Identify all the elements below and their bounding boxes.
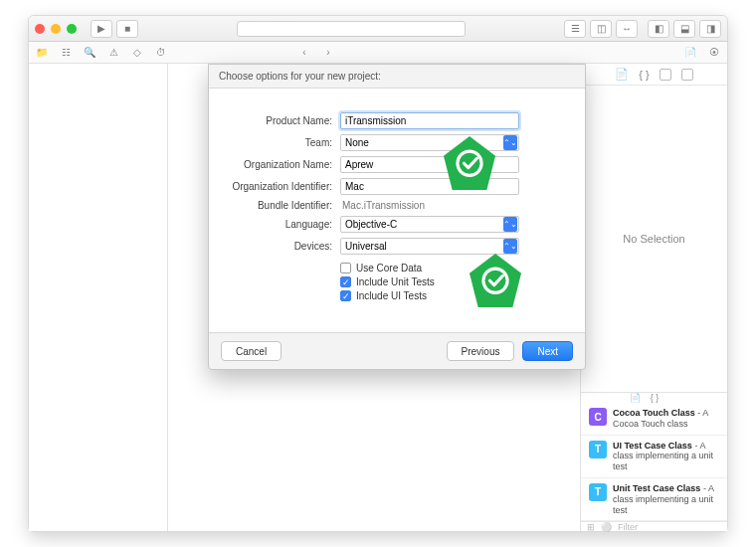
product-name-input[interactable]	[340, 112, 519, 129]
file-template-library-icon[interactable]: 📄	[630, 393, 641, 403]
minimize-window-icon[interactable]	[51, 24, 61, 34]
inspector-tabs: 📄 { }	[581, 64, 727, 86]
org-name-label: Organization Name:	[231, 159, 340, 170]
new-project-options-sheet: Choose options for your new project: Pro…	[208, 64, 586, 370]
library-pane: 📄 { } CCocoa Touch Class - A Cocoa Touch…	[581, 392, 727, 531]
cancel-button[interactable]: Cancel	[221, 341, 282, 361]
chevron-updown-icon: ⌃⌄	[503, 135, 517, 150]
annotation-check-badge	[439, 131, 500, 193]
close-window-icon[interactable]	[35, 24, 45, 34]
checkbox-checked-icon: ✓	[340, 276, 351, 287]
navigator-tabs: 📁 ☷ 🔍 ⚠ ◇ ⏱ ‹ › 📄 ⦿	[29, 42, 727, 64]
template-icon: T	[589, 483, 607, 501]
product-name-label: Product Name:	[231, 115, 340, 126]
org-id-label: Organization Identifier:	[231, 181, 340, 192]
utilities-pane: 📄 { } No Selection 📄 { } CCocoa Touch Cl…	[580, 64, 727, 531]
symbol-navigator-icon[interactable]: ☷	[59, 46, 73, 60]
language-select[interactable]: Objective-C⌃⌄	[340, 216, 519, 233]
stop-button[interactable]: ■	[116, 20, 138, 38]
filter-icon: ⚪	[601, 522, 612, 532]
devices-label: Devices:	[231, 241, 340, 252]
traffic-lights	[35, 24, 77, 34]
use-core-data-checkbox[interactable]: Use Core Data	[340, 263, 563, 274]
library-item[interactable]: CCocoa Touch Class - A Cocoa Touch class	[581, 403, 727, 436]
debug-navigator-icon[interactable]: ⏱	[154, 46, 168, 60]
library-filter[interactable]: ⊞ ⚪ Filter	[581, 521, 727, 532]
attributes-inspector-tab-icon[interactable]	[681, 69, 693, 81]
filter-placeholder: Filter	[618, 522, 638, 532]
activity-viewer	[237, 21, 466, 37]
sheet-title: Choose options for your new project:	[209, 65, 585, 88]
toggle-right-panel-icon[interactable]: ◨	[699, 20, 721, 38]
toggle-bottom-panel-icon[interactable]: ⬓	[673, 20, 695, 38]
history-back-icon[interactable]: ‹	[297, 46, 311, 60]
editor-mode-standard-icon[interactable]: ☰	[564, 20, 586, 38]
library-item[interactable]: TUI Test Case Class - A class implementi…	[581, 436, 727, 478]
chevron-updown-icon: ⌃⌄	[503, 217, 517, 232]
navigator-pane	[29, 64, 168, 531]
project-navigator-icon[interactable]: 📁	[35, 46, 49, 60]
checkbox-icon	[340, 263, 351, 274]
bundle-id-value: Mac.iTransmission	[340, 200, 563, 211]
issue-navigator-icon[interactable]: ⚠	[106, 46, 120, 60]
template-icon: T	[589, 441, 607, 458]
history-inspector-tab-icon[interactable]: { }	[639, 69, 649, 81]
annotation-check-badge	[465, 249, 526, 310]
identity-inspector-tab-icon[interactable]	[660, 69, 671, 81]
code-snippet-library-icon[interactable]: { }	[651, 393, 660, 403]
find-navigator-icon[interactable]: 🔍	[83, 46, 96, 60]
titlebar: ▶ ■ ☰ ◫ ↔ ◧ ⬓ ◨	[29, 16, 727, 42]
editor-mode-version-icon[interactable]: ↔	[616, 20, 638, 38]
bundle-id-label: Bundle Identifier:	[231, 200, 340, 211]
include-unit-tests-checkbox[interactable]: ✓Include Unit Tests	[340, 276, 563, 287]
test-navigator-icon[interactable]: ◇	[130, 46, 144, 60]
toggle-left-panel-icon[interactable]: ◧	[648, 20, 669, 38]
svg-point-1	[459, 153, 479, 174]
quick-help-icon[interactable]: ⦿	[707, 46, 721, 60]
history-forward-icon[interactable]: ›	[321, 46, 335, 60]
svg-point-3	[484, 271, 505, 291]
editor-mode-assistant-icon[interactable]: ◫	[590, 20, 612, 38]
team-label: Team:	[231, 137, 340, 148]
xcode-window: ▶ ■ ☰ ◫ ↔ ◧ ⬓ ◨ 📁 ☷ 🔍 ⚠ ◇ ⏱ ‹ › 📄 ⦿ 📄	[28, 15, 728, 532]
language-label: Language:	[231, 219, 340, 230]
grid-mode-icon[interactable]: ⊞	[587, 522, 595, 532]
template-icon: C	[589, 408, 607, 426]
file-inspector-icon[interactable]: 📄	[683, 46, 697, 60]
previous-button[interactable]: Previous	[447, 341, 515, 361]
file-inspector-tab-icon[interactable]: 📄	[615, 68, 629, 81]
include-ui-tests-checkbox[interactable]: ✓Include UI Tests	[340, 290, 563, 301]
run-button[interactable]: ▶	[91, 20, 112, 38]
checkbox-checked-icon: ✓	[340, 290, 351, 301]
next-button[interactable]: Next	[522, 341, 573, 361]
no-selection-label: No Selection	[581, 86, 727, 392]
zoom-window-icon[interactable]	[67, 24, 77, 34]
library-item[interactable]: TUnit Test Case Class - A class implemen…	[581, 478, 727, 521]
